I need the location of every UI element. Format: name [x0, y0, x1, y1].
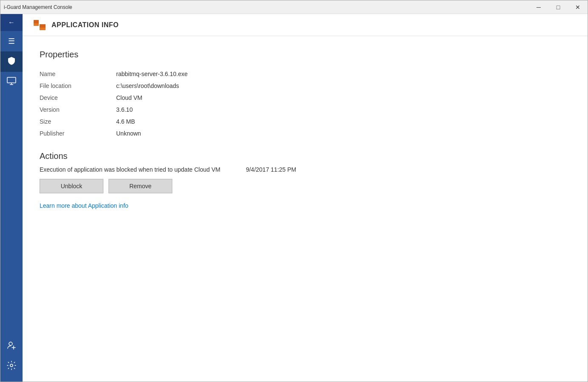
- svg-rect-11: [40, 24, 46, 28]
- action-description-row: Execution of application was blocked whe…: [40, 166, 571, 173]
- back-button[interactable]: ←: [0, 14, 23, 31]
- property-row-version: Version 3.6.10: [40, 104, 571, 116]
- window-title: i-Guard Management Console: [4, 4, 72, 10]
- property-value-size: 4.6 MB: [116, 118, 135, 125]
- sidebar-item-computer[interactable]: [0, 72, 23, 92]
- app-header-title: APPLICATION INFO: [51, 21, 119, 29]
- property-value-device: Cloud VM: [116, 94, 142, 101]
- property-row-name: Name rabbitmq-server-3.6.10.exe: [40, 68, 571, 80]
- app-logo: [33, 18, 46, 32]
- property-label-device: Device: [40, 94, 116, 101]
- close-button[interactable]: ✕: [568, 0, 588, 14]
- action-buttons: Unblock Remove: [40, 179, 571, 193]
- action-description-text: Execution of application was blocked whe…: [40, 166, 220, 173]
- remove-button[interactable]: Remove: [108, 179, 172, 193]
- sidebar-item-user-add[interactable]: [0, 336, 23, 356]
- hamburger-button[interactable]: ☰: [0, 31, 23, 51]
- svg-rect-9: [34, 20, 39, 23]
- computer-nav-icon: [7, 77, 16, 88]
- sidebar-item-settings[interactable]: [0, 356, 23, 376]
- svg-point-3: [9, 342, 12, 345]
- property-value-name: rabbitmq-server-3.6.10.exe: [116, 71, 188, 77]
- property-row-file-location: File location c:\users\root\downloads: [40, 80, 571, 92]
- property-label-version: Version: [40, 106, 116, 113]
- hamburger-icon: ☰: [8, 37, 15, 46]
- property-value-version: 3.6.10: [116, 106, 133, 113]
- maximize-button[interactable]: □: [548, 0, 568, 14]
- back-icon: ←: [8, 19, 15, 26]
- title-bar: i-Guard Management Console ─ □ ✕: [0, 0, 588, 14]
- sidebar-bottom: [0, 336, 23, 382]
- gear-icon: [7, 361, 16, 372]
- actions-section-title: Actions: [40, 151, 571, 161]
- property-label-publisher: Publisher: [40, 130, 116, 137]
- svg-rect-0: [7, 77, 16, 83]
- sidebar-top: ← ☰: [0, 14, 23, 336]
- window-controls: ─ □ ✕: [529, 0, 588, 14]
- unblock-button[interactable]: Unblock: [40, 179, 103, 193]
- property-row-publisher: Publisher Unknown: [40, 127, 571, 139]
- sidebar: ← ☰: [0, 14, 23, 382]
- action-timestamp: 9/4/2017 11:25 PM: [246, 166, 296, 173]
- main-window: i-Guard Management Console ─ □ ✕ ← ☰: [0, 0, 588, 382]
- app-body: ← ☰: [0, 14, 588, 382]
- content-area: APPLICATION INFO Properties Name rabbitm…: [23, 14, 588, 382]
- property-row-device: Device Cloud VM: [40, 92, 571, 104]
- properties-section-title: Properties: [40, 50, 571, 59]
- app-header: APPLICATION INFO: [23, 14, 588, 36]
- property-row-size: Size 4.6 MB: [40, 116, 571, 127]
- properties-table: Name rabbitmq-server-3.6.10.exe File loc…: [40, 68, 571, 139]
- sidebar-item-shield[interactable]: [0, 51, 23, 72]
- user-add-icon: [7, 340, 16, 352]
- shield-nav-icon: [7, 56, 16, 68]
- minimize-button[interactable]: ─: [529, 0, 548, 14]
- learn-more-link[interactable]: Learn more about Application info: [40, 202, 128, 209]
- property-label-file-location: File location: [40, 82, 116, 89]
- property-label-size: Size: [40, 118, 116, 125]
- property-value-file-location: c:\users\root\downloads: [116, 82, 179, 89]
- main-content: Properties Name rabbitmq-server-3.6.10.e…: [23, 36, 588, 382]
- svg-point-6: [10, 364, 13, 367]
- property-value-publisher: Unknown: [116, 130, 141, 137]
- property-label-name: Name: [40, 71, 116, 77]
